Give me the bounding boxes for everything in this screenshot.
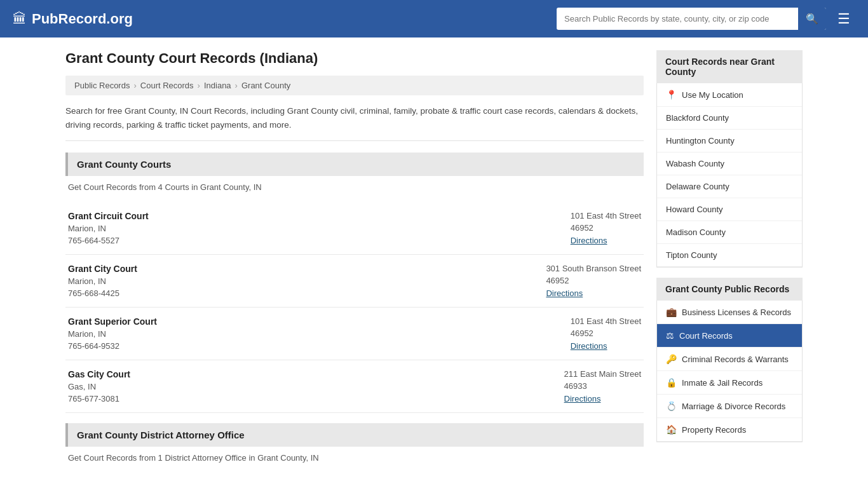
- court-left: Grant Circuit Court Marion, IN 765-664-5…: [68, 211, 149, 245]
- court-zip: 46952: [571, 223, 641, 233]
- directions-link[interactable]: Directions: [571, 341, 607, 351]
- court-entry: Grant Superior Court Marion, IN 765-664-…: [65, 308, 644, 360]
- location-icon: 📍: [666, 90, 677, 100]
- court-right: 101 East 4th Street 46952 Directions: [571, 316, 641, 351]
- page-description: Search for free Grant County, IN Court R…: [65, 104, 644, 141]
- court-entry: Grant Circuit Court Marion, IN 765-664-5…: [65, 202, 644, 255]
- public-records-items: 💼 Business Licenses & Records ⚖ Court Re…: [657, 301, 802, 442]
- menu-button[interactable]: ☰: [832, 8, 855, 30]
- court-name: Grant City Court: [68, 264, 137, 274]
- court-left: Grant City Court Marion, IN 765-668-4425: [68, 264, 137, 298]
- public-records-item[interactable]: 💍 Marriage & Divorce Records: [657, 395, 802, 418]
- content-area: Grant County Court Records (Indiana) Pub…: [65, 50, 644, 473]
- public-records-item[interactable]: 🔒 Inmate & Jail Records: [657, 371, 802, 395]
- court-city: Marion, IN: [68, 329, 157, 339]
- record-type-label: Criminal Records & Warrants: [682, 355, 789, 364]
- directions-link[interactable]: Directions: [564, 394, 601, 403]
- use-location-item[interactable]: 📍 Use My Location: [657, 83, 802, 107]
- breadcrumb-sep-3: ›: [235, 81, 238, 90]
- public-records-item[interactable]: 🔑 Criminal Records & Warrants: [657, 348, 802, 371]
- public-records-title: Grant County Public Records: [656, 278, 803, 301]
- court-address: 101 East 4th Street: [571, 211, 641, 220]
- breadcrumb-grant-county: Grant County: [241, 81, 290, 90]
- logo[interactable]: 🏛 PubRecord.org: [13, 11, 133, 27]
- court-zip: 46933: [564, 381, 641, 391]
- court-phone: 765-677-3081: [68, 394, 130, 403]
- breadcrumb-sep-1: ›: [133, 81, 136, 90]
- breadcrumb-court-records[interactable]: Court Records: [140, 81, 194, 90]
- main-container: Grant County Court Records (Indiana) Pub…: [53, 37, 815, 485]
- da-section: Grant County District Attorney Office Ge…: [65, 423, 644, 463]
- court-city: Gas, IN: [68, 382, 130, 391]
- courts-section-header: Grant County Courts: [65, 152, 644, 176]
- court-right: 301 South Branson Street 46952 Direction…: [546, 264, 641, 298]
- record-type-label: Court Records: [679, 331, 733, 341]
- breadcrumb-sep-2: ›: [198, 81, 200, 90]
- record-type-icon: 🔒: [666, 377, 677, 388]
- nearby-county-item[interactable]: Tipton County: [657, 244, 802, 267]
- record-type-icon: 🔑: [666, 354, 677, 364]
- court-address: 211 East Main Street: [564, 369, 641, 379]
- court-left: Grant Superior Court Marion, IN 765-664-…: [68, 316, 157, 351]
- court-zip: 46952: [546, 276, 641, 285]
- record-type-icon: 💍: [666, 401, 677, 411]
- court-phone: 765-664-5527: [68, 236, 149, 245]
- court-right: 211 East Main Street 46933 Directions: [564, 369, 641, 403]
- public-records-item[interactable]: ⚖ Court Records: [657, 324, 802, 348]
- courts-list: Grant Circuit Court Marion, IN 765-664-5…: [65, 202, 644, 413]
- court-phone: 765-664-9532: [68, 341, 157, 351]
- record-type-label: Property Records: [682, 425, 746, 435]
- search-button[interactable]: 🔍: [798, 8, 826, 30]
- search-input[interactable]: [557, 9, 798, 29]
- record-type-icon: 💼: [666, 307, 677, 317]
- directions-link[interactable]: Directions: [571, 236, 607, 245]
- court-entry: Grant City Court Marion, IN 765-668-4425…: [65, 255, 644, 308]
- court-phone: 765-668-4425: [68, 288, 137, 298]
- public-records-item[interactable]: 💼 Business Licenses & Records: [657, 301, 802, 324]
- logo-icon: 🏛: [13, 11, 27, 27]
- court-name: Grant Superior Court: [68, 316, 157, 327]
- sidebar: Court Records near Grant County 📍 Use My…: [656, 50, 803, 473]
- nearby-county-item[interactable]: Wabash County: [657, 152, 802, 175]
- breadcrumb-public-records[interactable]: Public Records: [74, 81, 130, 90]
- nearby-county-item[interactable]: Huntington County: [657, 130, 802, 152]
- court-name: Grant Circuit Court: [68, 211, 149, 221]
- court-name: Gas City Court: [68, 369, 130, 379]
- record-type-icon: 🏠: [666, 424, 677, 435]
- menu-icon: ☰: [837, 11, 850, 27]
- breadcrumb: Public Records › Court Records › Indiana…: [65, 76, 644, 95]
- nearby-list: 📍 Use My Location Blackford CountyHuntin…: [656, 83, 803, 268]
- public-records-item[interactable]: 🏠 Property Records: [657, 418, 802, 442]
- record-type-label: Inmate & Jail Records: [682, 378, 763, 388]
- nearby-title: Court Records near Grant County: [656, 50, 803, 83]
- da-section-header: Grant County District Attorney Office: [65, 423, 644, 447]
- court-city: Marion, IN: [68, 276, 137, 286]
- search-bar: 🔍: [557, 8, 826, 30]
- nearby-county-item[interactable]: Delaware County: [657, 175, 802, 198]
- court-city: Marion, IN: [68, 224, 149, 233]
- court-address: 101 East 4th Street: [571, 316, 641, 326]
- nearby-county-item[interactable]: Howard County: [657, 198, 802, 221]
- nearby-county-item[interactable]: Blackford County: [657, 107, 802, 130]
- court-address: 301 South Branson Street: [546, 264, 641, 273]
- logo-text: PubRecord.org: [32, 11, 133, 27]
- use-location-label: Use My Location: [682, 90, 743, 100]
- da-section-desc: Get Court Records from 1 District Attorn…: [65, 453, 644, 463]
- court-entry: Gas City Court Gas, IN 765-677-3081 211 …: [65, 360, 644, 413]
- record-type-label: Business Licenses & Records: [682, 308, 791, 317]
- court-right: 101 East 4th Street 46952 Directions: [571, 211, 641, 245]
- record-type-icon: ⚖: [666, 330, 674, 341]
- nearby-county-item[interactable]: Madison County: [657, 221, 802, 244]
- nearby-counties: Blackford CountyHuntington CountyWabash …: [657, 107, 802, 267]
- breadcrumb-indiana[interactable]: Indiana: [204, 81, 231, 90]
- court-left: Gas City Court Gas, IN 765-677-3081: [68, 369, 130, 403]
- court-zip: 46952: [571, 329, 641, 338]
- courts-section-desc: Get Court Records from 4 Courts in Grant…: [65, 182, 644, 192]
- page-title: Grant County Court Records (Indiana): [65, 50, 644, 67]
- header: 🏛 PubRecord.org 🔍 ☰: [0, 0, 868, 37]
- public-records-list: 💼 Business Licenses & Records ⚖ Court Re…: [656, 301, 803, 442]
- record-type-label: Marriage & Divorce Records: [682, 402, 785, 411]
- directions-link[interactable]: Directions: [546, 288, 583, 298]
- search-icon: 🔍: [806, 13, 818, 24]
- header-right: 🔍 ☰: [557, 8, 855, 30]
